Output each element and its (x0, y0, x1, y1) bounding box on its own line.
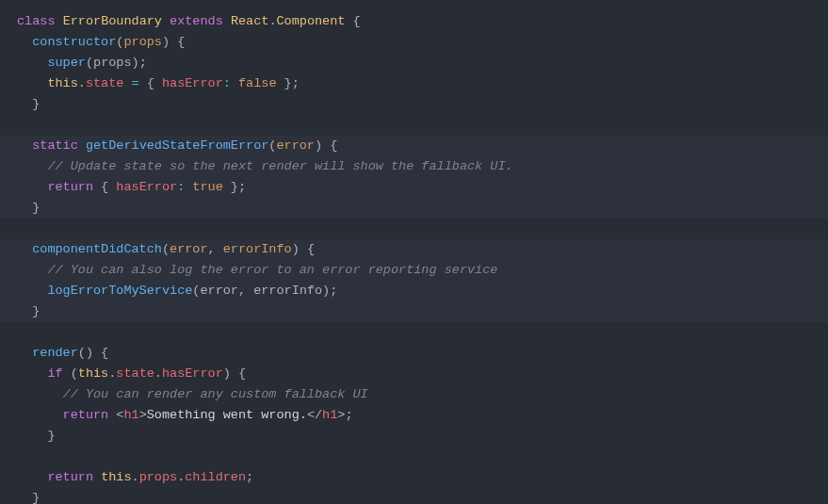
param-error: error (170, 242, 208, 256)
code-line (0, 322, 828, 343)
keyword-static: static (32, 138, 78, 153)
this-keyword: this (78, 366, 108, 381)
code-line: } (0, 198, 828, 219)
code-line: return { hasError: true }; (0, 177, 828, 198)
code-line (0, 115, 828, 136)
code-line: } (0, 301, 828, 322)
code-line: logErrorToMyService(error, errorInfo); (0, 281, 828, 301)
code-line: // Update state so the next render will … (0, 156, 828, 177)
true-literal: true (192, 180, 222, 194)
comment: // You can also log the error to an erro… (47, 263, 497, 277)
param-error-info: errorInfo (223, 242, 292, 256)
code-line: componentDidCatch(error, errorInfo) { (0, 239, 828, 260)
keyword-if: if (47, 366, 62, 381)
code-line: return <h1>Something went wrong.</h1>; (0, 405, 828, 426)
jsx-text: Something went wrong. (147, 408, 307, 422)
super-call: super (47, 56, 86, 70)
state-prop: state (86, 76, 124, 90)
has-error-key: hasError (162, 76, 223, 90)
param-props: props (123, 35, 162, 49)
code-line (0, 447, 828, 467)
code-line: static getDerivedStateFromError(error) { (0, 136, 828, 156)
code-line: } (0, 488, 828, 504)
code-line: // You can render any custom fallback UI (0, 384, 828, 405)
log-error-fn: logErrorToMyService (47, 284, 192, 298)
code-line (0, 219, 828, 239)
code-line: return this.props.children; (0, 467, 828, 488)
get-derived-state-method: getDerivedStateFromError (86, 138, 268, 153)
code-line: } (0, 94, 828, 115)
arg-props: props (93, 56, 132, 70)
keyword-return: return (47, 180, 93, 194)
jsx-tag-h1: h1 (123, 408, 138, 422)
constructor-method: constructor (32, 35, 116, 49)
param-error: error (276, 138, 315, 153)
arg-error: error (200, 284, 238, 298)
component-did-catch-method: componentDidCatch (32, 242, 162, 256)
render-method: render (32, 346, 78, 360)
react-namespace: React (231, 14, 269, 28)
code-line: constructor(props) { (0, 32, 828, 53)
state-prop: state (116, 366, 154, 381)
this-keyword: this (101, 470, 131, 484)
comment: // You can render any custom fallback UI (63, 387, 368, 401)
keyword-class: class (17, 14, 56, 28)
code-line: // You can also log the error to an erro… (0, 260, 828, 281)
code-line: render() { (0, 343, 828, 364)
has-error-prop: hasError (162, 366, 223, 381)
code-line: } (0, 426, 828, 447)
code-line: this.state = { hasError: false }; (0, 73, 828, 94)
code-line: class ErrorBoundary extends React.Compon… (0, 11, 828, 32)
jsx-close-tag-h1: h1 (322, 408, 337, 422)
code-block: class ErrorBoundary extends React.Compon… (0, 0, 828, 504)
arg-error-info: errorInfo (253, 284, 322, 298)
children-prop: children (185, 470, 246, 484)
this-keyword: this (47, 76, 77, 90)
code-line: super(props); (0, 53, 828, 73)
comment: // Update state so the next render will … (47, 159, 512, 173)
keyword-return: return (47, 470, 93, 484)
keyword-extends: extends (170, 14, 223, 28)
keyword-return: return (63, 408, 109, 422)
false-literal: false (238, 76, 277, 90)
props-prop: props (139, 470, 178, 484)
has-error-key: hasError (116, 180, 177, 194)
component-class: Component (277, 14, 346, 28)
class-name: ErrorBoundary (63, 14, 162, 28)
code-line: if (this.state.hasError) { (0, 364, 828, 384)
